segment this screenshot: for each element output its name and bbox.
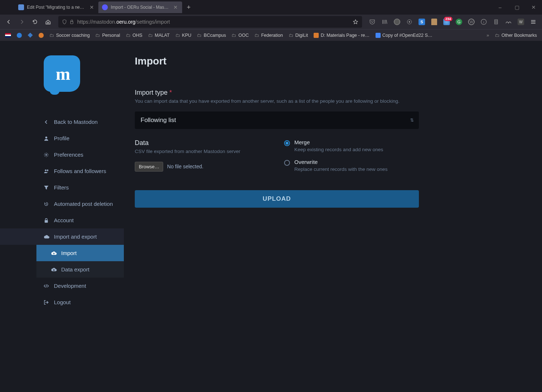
bookmark-item[interactable]: 🗀MALAT — [146, 32, 172, 39]
svg-text:i: i — [483, 20, 484, 24]
bookmark-item[interactable]: 🗀DigiLit — [287, 32, 310, 39]
bm-icon-3[interactable] — [25, 32, 35, 39]
import-type-label: Import type * — [135, 89, 419, 97]
bm-icon-1[interactable] — [3, 32, 13, 39]
folder-icon: 🗀 — [50, 33, 54, 38]
sidebar-item-automated-post-deletion[interactable]: Automated post deletion — [0, 196, 124, 212]
upload-button[interactable]: UPLOAD — [135, 190, 419, 208]
bookmark-item[interactable]: 🗀Personal — [93, 32, 122, 39]
folder-icon: 🗀 — [255, 33, 259, 38]
bm-icon-2[interactable] — [15, 32, 24, 39]
folder-icon: 🗀 — [289, 33, 294, 38]
pocket-icon[interactable] — [366, 16, 378, 28]
close-icon[interactable]: ✕ — [173, 4, 178, 10]
settings-content: Import Import type * You can import data… — [124, 41, 430, 392]
svg-point-2 — [409, 21, 410, 23]
browse-button[interactable]: Browse… — [135, 162, 163, 172]
mastodon-logo[interactable]: m — [0, 55, 124, 92]
ext-icon-6[interactable]: G — [453, 16, 465, 28]
sidebar-item-label: Development — [54, 283, 86, 289]
sidebar-item-label: Import and export — [54, 234, 97, 240]
folder-icon: 🗀 — [148, 33, 153, 38]
sidebar-subitem-data-export[interactable]: Data export — [36, 261, 124, 278]
import-type-select[interactable]: Following list — [135, 111, 419, 129]
tab-item[interactable]: Edit Post "Migrating to a new M ✕ — [15, 1, 98, 13]
sidebar-item-filters[interactable]: Filters — [0, 179, 124, 196]
bookmark-item[interactable]: Copy of #OpenEd22 S… — [373, 32, 435, 39]
bookmark-item[interactable]: D: Materials Page - re… — [311, 32, 372, 39]
sidebar-item-follows-and-followers[interactable]: Follows and followers — [0, 163, 124, 179]
page-title: Import — [135, 55, 419, 67]
ext-icon-10[interactable] — [503, 16, 514, 28]
sidebar-item-logout[interactable]: Logout — [0, 294, 124, 310]
svg-point-6 — [45, 136, 47, 138]
window-close[interactable]: ✕ — [525, 0, 542, 15]
ext-icon-11[interactable]: W — [515, 16, 527, 28]
ext-icon-4[interactable] — [428, 16, 440, 28]
url-bar[interactable]: https://mastodon.oeru.org/settings/impor… — [58, 16, 362, 28]
cloud-down-icon — [51, 267, 57, 272]
bookmark-item[interactable]: 🗀KPU — [173, 32, 194, 39]
cloud-icon — [44, 234, 50, 239]
bookmarks-overflow[interactable]: » — [484, 33, 491, 38]
sidebar-item-label: Import — [61, 250, 77, 256]
sidebar-item-preferences[interactable]: Preferences — [0, 146, 124, 163]
sidebar-item-label: Preferences — [54, 152, 83, 158]
radio-icon — [284, 160, 290, 166]
sidebar-item-import-and-export[interactable]: Import and export — [0, 228, 124, 245]
forward-button[interactable] — [16, 16, 28, 28]
bookmark-star-icon[interactable] — [353, 19, 358, 25]
sidebar-item-development[interactable]: Development — [0, 278, 124, 294]
home-button[interactable] — [42, 16, 54, 28]
sidebar-subitem-import[interactable]: Import — [36, 245, 124, 261]
bm-icon-4[interactable] — [36, 32, 46, 39]
sidebar-item-back-to-mastodon[interactable]: Back to Mastodon — [0, 114, 124, 130]
ext-icon-7[interactable]: W — [466, 16, 477, 28]
lock-icon — [44, 218, 50, 223]
sidebar-item-label: Back to Mastodon — [54, 119, 98, 125]
ext-icon-3[interactable]: S — [416, 16, 428, 28]
sidebar-item-profile[interactable]: Profile — [0, 130, 124, 146]
svg-point-7 — [46, 154, 47, 156]
svg-point-8 — [45, 169, 46, 171]
folder-icon: 🗀 — [126, 33, 131, 38]
new-tab-button[interactable]: + — [184, 2, 194, 12]
ext-icon-8[interactable]: i — [478, 16, 490, 28]
window-minimize[interactable]: – — [492, 0, 508, 15]
radio-merge-label: Merge — [294, 139, 383, 145]
settings-sidebar: m Back to MastodonProfilePreferencesFoll… — [0, 41, 124, 392]
link-icon — [314, 33, 319, 38]
shield-icon — [62, 19, 67, 24]
lock-icon — [69, 19, 74, 24]
ext-icon-1[interactable] — [391, 16, 403, 28]
ext-icon-2[interactable] — [404, 16, 415, 28]
reload-button[interactable] — [29, 16, 41, 28]
hamburger-menu[interactable] — [527, 16, 539, 28]
ext-icon-5[interactable]: 234 — [441, 16, 452, 28]
sidebar-item-label: Profile — [54, 135, 70, 141]
window-maximize[interactable]: ▢ — [508, 0, 525, 15]
bookmark-item[interactable]: 🗀Soccer coaching — [47, 32, 92, 39]
bookmark-item[interactable]: 🗀OHS — [124, 32, 145, 39]
radio-overwrite[interactable]: Overwrite Replace current records with t… — [284, 159, 419, 172]
close-icon[interactable]: ✕ — [89, 4, 95, 10]
cloud-up-icon — [51, 251, 57, 256]
back-button[interactable] — [3, 16, 15, 28]
radio-merge[interactable]: Merge Keep existing records and add new … — [284, 139, 419, 152]
svg-point-9 — [47, 169, 48, 171]
tab-favicon — [102, 4, 108, 10]
link-icon — [376, 33, 381, 38]
bookmark-item[interactable]: 🗀BCcampus — [195, 32, 228, 39]
bookmark-item[interactable]: 🗀Federation — [252, 32, 285, 39]
file-status: No file selected. — [167, 164, 204, 169]
tab-item-active[interactable]: Import - OERu Social - Mastod ✕ — [98, 1, 182, 13]
data-hint: CSV file exported from another Mastodon … — [135, 148, 270, 155]
library-icon[interactable] — [379, 16, 390, 28]
ext-icon-9[interactable] — [490, 16, 502, 28]
svg-rect-10 — [45, 220, 48, 223]
sidebar-item-account[interactable]: Account — [0, 212, 124, 228]
data-label: Data — [135, 139, 270, 147]
other-bookmarks[interactable]: 🗀Other Bookmarks — [493, 32, 539, 39]
bookmark-item[interactable]: 🗀OOC — [229, 32, 251, 39]
url-text: https://mastodon.oeru.org/settings/impor… — [77, 19, 350, 25]
